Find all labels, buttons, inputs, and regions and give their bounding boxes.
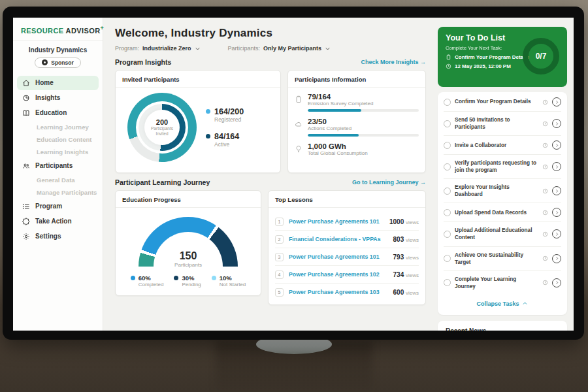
chevron-right-icon bbox=[555, 232, 559, 237]
chevron-right-icon bbox=[555, 256, 559, 261]
sidebar-item-general-data[interactable]: General Data bbox=[13, 174, 103, 186]
task-row-9[interactable]: Complete Your Learning Journey bbox=[444, 271, 561, 295]
top-lessons-card: Top Lessons 1 Power Purchase Agreements … bbox=[268, 190, 426, 305]
legend-pending: 30% Pending bbox=[174, 274, 201, 287]
go-to-learning-journey-link[interactable]: Go to Learning Journey → bbox=[352, 179, 426, 186]
lesson-rank: 1 bbox=[275, 218, 284, 226]
lesson-link[interactable]: Power Purchase Agreements 102 bbox=[289, 271, 388, 278]
education-progress-gauge: 150 Participants bbox=[139, 217, 238, 268]
sidebar-item-learning-insights[interactable]: Learning Insights bbox=[13, 146, 103, 158]
clock-icon bbox=[542, 255, 548, 261]
education-icon bbox=[22, 109, 30, 117]
sidebar-item-learning-journey[interactable]: Learning Journey bbox=[13, 121, 103, 133]
active-dot-icon bbox=[206, 134, 210, 139]
lesson-rank: 4 bbox=[275, 270, 284, 279]
task-checkbox[interactable] bbox=[444, 120, 451, 127]
lesson-link[interactable]: Power Purchase Agreements 101 bbox=[289, 218, 384, 225]
task-row-4[interactable]: Verify participants requesting to join t… bbox=[444, 155, 561, 179]
lesson-rank: 3 bbox=[275, 253, 284, 261]
lesson-rank: 5 bbox=[275, 288, 284, 297]
task-checkbox[interactable] bbox=[444, 188, 451, 195]
chevron-right-icon bbox=[555, 143, 559, 148]
task-row-1[interactable]: Confirm Your Program Details bbox=[444, 93, 561, 112]
chevron-right-icon bbox=[555, 210, 559, 215]
task-open-button[interactable] bbox=[552, 229, 561, 238]
task-row-2[interactable]: Send 50 Invitations to Participants bbox=[444, 112, 561, 136]
task-open-button[interactable] bbox=[552, 97, 561, 106]
task-checkbox[interactable] bbox=[444, 163, 451, 171]
task-checkbox[interactable] bbox=[444, 142, 451, 149]
lesson-row: 2 Financial Considerations - VPPAs 803 v… bbox=[275, 231, 419, 248]
participants-icon bbox=[22, 162, 30, 170]
legend-active: 84/164 Active bbox=[206, 132, 244, 148]
task-checkbox[interactable] bbox=[444, 231, 451, 238]
lesson-row: 4 Power Purchase Agreements 102 734 view… bbox=[275, 266, 419, 284]
pending-dot-icon bbox=[174, 276, 178, 280]
todo-header-card: Your To Do List Complete Your Next Task:… bbox=[438, 27, 567, 87]
sidebar-item-home[interactable]: Home bbox=[17, 76, 99, 90]
task-open-button[interactable] bbox=[552, 140, 561, 150]
lesson-link[interactable]: Power Purchase Agreements 103 bbox=[289, 289, 388, 295]
logo-secondary: ADVISOR bbox=[66, 27, 101, 35]
survey-icon bbox=[295, 95, 302, 103]
task-row-5[interactable]: Explore Your Insights Dashboard bbox=[444, 179, 561, 203]
sponsor-badge[interactable]: Sponsor bbox=[35, 57, 80, 68]
task-row-7[interactable]: Upload Additional Educational Content bbox=[444, 222, 561, 246]
clock-icon bbox=[542, 280, 548, 286]
task-open-button[interactable] bbox=[552, 278, 561, 287]
recent-news-title: Recent News bbox=[446, 327, 559, 331]
sidebar-item-settings[interactable]: Settings bbox=[17, 229, 99, 244]
invited-participants-card: Invited Participants 200 Participants In… bbox=[115, 70, 281, 173]
gauge-center-label: Participants bbox=[139, 262, 238, 268]
sponsor-badge-icon bbox=[42, 59, 48, 65]
sidebar-item-participants[interactable]: Participants bbox=[17, 159, 99, 173]
task-row-8[interactable]: Achieve One Sustainability Target bbox=[444, 247, 561, 271]
insights-icon bbox=[22, 94, 30, 102]
program-filter[interactable]: Program: Industrialize Zero bbox=[115, 45, 201, 52]
top-lessons-title: Top Lessons bbox=[269, 196, 425, 208]
task-row-3[interactable]: Invite a Collaborator bbox=[444, 136, 561, 155]
sidebar-item-education[interactable]: Education bbox=[17, 106, 99, 120]
sidebar-item-program[interactable]: Program bbox=[17, 199, 99, 214]
legend-not-started: 10% Not Started bbox=[212, 274, 246, 287]
dashboard-screen: RESOURCE ADVISOR+ Industry Dynamics Spon… bbox=[13, 18, 574, 331]
info-card-title: Participants Information bbox=[288, 76, 425, 88]
recent-news-card: Recent News bbox=[438, 321, 567, 331]
home-icon bbox=[22, 79, 30, 87]
sidebar-item-take-action[interactable]: Take Action bbox=[17, 214, 99, 229]
chevron-right-icon bbox=[555, 165, 559, 169]
sidebar-item-manage-participants[interactable]: Manage Participants bbox=[13, 186, 103, 199]
sidebar-program-name: Industry Dynamics bbox=[13, 46, 103, 54]
task-open-button[interactable] bbox=[552, 186, 561, 195]
clipboard-icon bbox=[446, 54, 451, 60]
participants-filter[interactable]: Participants: Only My Participants bbox=[228, 45, 331, 52]
task-checkbox[interactable] bbox=[444, 279, 451, 286]
education-progress-card: Education Progress 150 Participants bbox=[115, 190, 261, 296]
task-row-6[interactable]: Upload Spend Data Records bbox=[444, 203, 561, 222]
completed-dot-icon bbox=[131, 276, 135, 280]
task-checkbox[interactable] bbox=[444, 99, 451, 106]
lesson-link[interactable]: Financial Considerations - VPPAs bbox=[289, 236, 388, 242]
task-open-button[interactable] bbox=[552, 162, 561, 171]
logo-primary: RESOURCE bbox=[21, 27, 64, 35]
check-more-insights-link[interactable]: Check More Insights → bbox=[361, 59, 426, 65]
todo-progress-ring: 0/7 bbox=[523, 38, 559, 74]
legend-registered: 164/200 Registered bbox=[206, 107, 244, 123]
task-open-button[interactable] bbox=[552, 208, 561, 217]
task-open-button[interactable] bbox=[552, 254, 561, 263]
task-open-button[interactable] bbox=[552, 119, 561, 128]
page-title: Welcome, Industry Dynamics bbox=[115, 27, 426, 40]
consumption-icon bbox=[295, 145, 302, 153]
task-checkbox[interactable] bbox=[444, 255, 451, 262]
sidebar-item-education-content[interactable]: Education Content bbox=[13, 133, 103, 146]
program-icon bbox=[22, 203, 30, 210]
task-checkbox[interactable] bbox=[444, 209, 451, 216]
learning-journey-heading: Participant Learning Journey bbox=[115, 178, 210, 186]
sidebar-item-insights[interactable]: Insights bbox=[17, 91, 99, 105]
lesson-row: 1 Power Purchase Agreements 101 1000 vie… bbox=[275, 213, 419, 231]
lesson-link[interactable]: Power Purchase Agreements 101 bbox=[289, 253, 388, 260]
participants-information-card: Participants Information 79/164 Emission… bbox=[287, 70, 426, 173]
collapse-tasks-link[interactable]: Collapse Tasks bbox=[444, 295, 561, 314]
chevron-right-icon bbox=[555, 100, 559, 105]
clock-icon bbox=[542, 99, 548, 105]
